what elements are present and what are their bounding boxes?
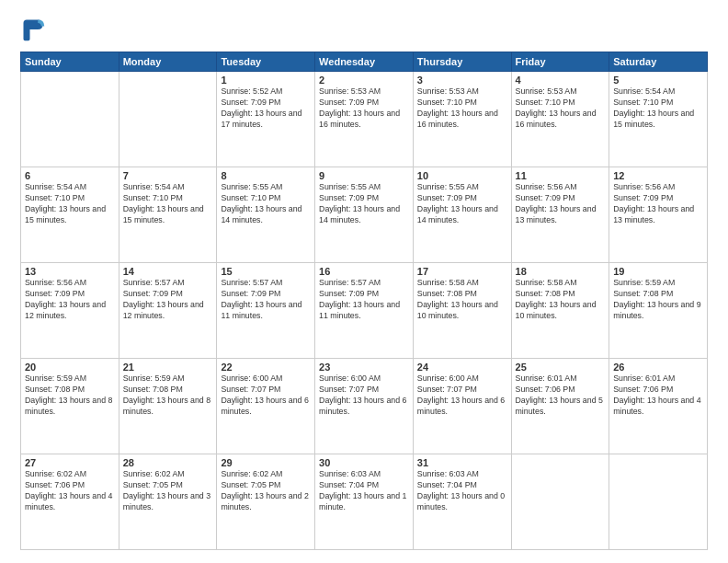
day-info: Sunrise: 6:02 AM Sunset: 7:06 PM Dayligh…: [25, 469, 115, 513]
calendar-cell: 26Sunrise: 6:01 AM Sunset: 7:06 PM Dayli…: [609, 359, 708, 454]
day-info: Sunrise: 6:00 AM Sunset: 7:07 PM Dayligh…: [221, 373, 311, 418]
day-number: 3: [417, 75, 507, 86]
calendar-cell: 10Sunrise: 5:55 AM Sunset: 7:09 PM Dayli…: [413, 167, 511, 263]
calendar-cell: 5Sunrise: 5:54 AM Sunset: 7:10 PM Daylig…: [609, 72, 708, 167]
day-info: Sunrise: 6:00 AM Sunset: 7:07 PM Dayligh…: [417, 373, 507, 418]
day-info: Sunrise: 5:54 AM Sunset: 7:10 PM Dayligh…: [25, 182, 115, 226]
calendar-week-row: 27Sunrise: 6:02 AM Sunset: 7:06 PM Dayli…: [21, 454, 708, 550]
calendar-cell: 21Sunrise: 5:59 AM Sunset: 7:08 PM Dayli…: [119, 359, 217, 454]
day-info: Sunrise: 5:58 AM Sunset: 7:08 PM Dayligh…: [417, 278, 507, 322]
calendar-cell: 11Sunrise: 5:56 AM Sunset: 7:09 PM Dayli…: [511, 167, 609, 263]
day-number: 26: [613, 362, 703, 373]
calendar-cell: 3Sunrise: 5:53 AM Sunset: 7:10 PM Daylig…: [413, 72, 511, 167]
logo-icon: [20, 17, 46, 42]
calendar-cell: [119, 72, 217, 167]
day-info: Sunrise: 5:53 AM Sunset: 7:10 PM Dayligh…: [516, 86, 606, 131]
day-number: 18: [516, 266, 606, 277]
calendar-cell: 31Sunrise: 6:03 AM Sunset: 7:04 PM Dayli…: [413, 454, 511, 550]
calendar-cell: 16Sunrise: 5:57 AM Sunset: 7:09 PM Dayli…: [315, 263, 414, 359]
calendar-cell: 4Sunrise: 5:53 AM Sunset: 7:10 PM Daylig…: [511, 72, 609, 167]
day-info: Sunrise: 5:53 AM Sunset: 7:09 PM Dayligh…: [319, 86, 409, 131]
day-info: Sunrise: 5:57 AM Sunset: 7:09 PM Dayligh…: [319, 278, 409, 322]
day-number: 5: [613, 75, 703, 86]
calendar-cell: 7Sunrise: 5:54 AM Sunset: 7:10 PM Daylig…: [119, 167, 217, 263]
day-number: 20: [25, 362, 115, 373]
calendar-cell: 2Sunrise: 5:53 AM Sunset: 7:09 PM Daylig…: [315, 72, 414, 167]
calendar-cell: 18Sunrise: 5:58 AM Sunset: 7:08 PM Dayli…: [511, 263, 609, 359]
day-number: 4: [516, 75, 606, 86]
day-number: 23: [319, 362, 409, 373]
day-info: Sunrise: 6:01 AM Sunset: 7:06 PM Dayligh…: [516, 373, 606, 418]
calendar-cell: 29Sunrise: 6:02 AM Sunset: 7:05 PM Dayli…: [217, 454, 315, 550]
day-number: 8: [221, 170, 311, 181]
calendar-cell: 9Sunrise: 5:55 AM Sunset: 7:09 PM Daylig…: [315, 167, 414, 263]
day-number: 15: [221, 266, 311, 277]
day-info: Sunrise: 5:55 AM Sunset: 7:10 PM Dayligh…: [221, 182, 311, 226]
day-of-week-header: Friday: [511, 52, 609, 72]
logo: [20, 17, 50, 42]
day-info: Sunrise: 5:56 AM Sunset: 7:09 PM Dayligh…: [25, 278, 115, 322]
header: [20, 17, 708, 42]
calendar-week-row: 20Sunrise: 5:59 AM Sunset: 7:08 PM Dayli…: [21, 359, 708, 454]
day-info: Sunrise: 5:58 AM Sunset: 7:08 PM Dayligh…: [516, 278, 606, 322]
day-info: Sunrise: 6:01 AM Sunset: 7:06 PM Dayligh…: [613, 373, 703, 418]
day-number: 1: [221, 75, 311, 86]
calendar-header-row: SundayMondayTuesdayWednesdayThursdayFrid…: [21, 52, 708, 72]
day-number: 27: [25, 457, 115, 468]
day-number: 24: [417, 362, 507, 373]
day-of-week-header: Wednesday: [315, 52, 414, 72]
day-number: 13: [25, 266, 115, 277]
calendar-cell: 30Sunrise: 6:03 AM Sunset: 7:04 PM Dayli…: [315, 454, 414, 550]
day-number: 25: [516, 362, 606, 373]
calendar-cell: 19Sunrise: 5:59 AM Sunset: 7:08 PM Dayli…: [609, 263, 708, 359]
calendar-cell: 14Sunrise: 5:57 AM Sunset: 7:09 PM Dayli…: [119, 263, 217, 359]
day-number: 29: [221, 457, 311, 468]
day-info: Sunrise: 5:52 AM Sunset: 7:09 PM Dayligh…: [221, 86, 311, 131]
day-number: 10: [417, 170, 507, 181]
day-number: 2: [319, 75, 409, 86]
calendar-cell: 15Sunrise: 5:57 AM Sunset: 7:09 PM Dayli…: [217, 263, 315, 359]
day-info: Sunrise: 5:59 AM Sunset: 7:08 PM Dayligh…: [25, 373, 115, 418]
day-info: Sunrise: 6:03 AM Sunset: 7:04 PM Dayligh…: [319, 469, 409, 513]
day-info: Sunrise: 5:53 AM Sunset: 7:10 PM Dayligh…: [417, 86, 507, 131]
day-info: Sunrise: 5:57 AM Sunset: 7:09 PM Dayligh…: [221, 278, 311, 322]
day-info: Sunrise: 6:02 AM Sunset: 7:05 PM Dayligh…: [221, 469, 311, 513]
day-number: 22: [221, 362, 311, 373]
day-info: Sunrise: 6:00 AM Sunset: 7:07 PM Dayligh…: [319, 373, 409, 418]
day-number: 16: [319, 266, 409, 277]
day-of-week-header: Monday: [119, 52, 217, 72]
calendar-table: SundayMondayTuesdayWednesdayThursdayFrid…: [20, 52, 708, 550]
day-number: 11: [516, 170, 606, 181]
day-number: 31: [417, 457, 507, 468]
calendar-cell: 6Sunrise: 5:54 AM Sunset: 7:10 PM Daylig…: [21, 167, 119, 263]
calendar-cell: [609, 454, 708, 550]
day-info: Sunrise: 5:54 AM Sunset: 7:10 PM Dayligh…: [613, 86, 703, 131]
calendar-cell: [511, 454, 609, 550]
day-info: Sunrise: 5:56 AM Sunset: 7:09 PM Dayligh…: [516, 182, 606, 226]
day-number: 7: [123, 170, 213, 181]
day-number: 19: [613, 266, 703, 277]
day-number: 30: [319, 457, 409, 468]
day-of-week-header: Tuesday: [217, 52, 315, 72]
day-info: Sunrise: 5:55 AM Sunset: 7:09 PM Dayligh…: [417, 182, 507, 226]
day-of-week-header: Thursday: [413, 52, 511, 72]
day-info: Sunrise: 6:03 AM Sunset: 7:04 PM Dayligh…: [417, 469, 507, 513]
day-info: Sunrise: 5:55 AM Sunset: 7:09 PM Dayligh…: [319, 182, 409, 226]
day-number: 6: [25, 170, 115, 181]
calendar-week-row: 1Sunrise: 5:52 AM Sunset: 7:09 PM Daylig…: [21, 72, 708, 167]
calendar-cell: 27Sunrise: 6:02 AM Sunset: 7:06 PM Dayli…: [21, 454, 119, 550]
calendar-cell: [21, 72, 119, 167]
day-number: 14: [123, 266, 213, 277]
calendar-cell: 13Sunrise: 5:56 AM Sunset: 7:09 PM Dayli…: [21, 263, 119, 359]
calendar-cell: 12Sunrise: 5:56 AM Sunset: 7:09 PM Dayli…: [609, 167, 708, 263]
day-info: Sunrise: 5:54 AM Sunset: 7:10 PM Dayligh…: [123, 182, 213, 226]
calendar-cell: 22Sunrise: 6:00 AM Sunset: 7:07 PM Dayli…: [217, 359, 315, 454]
day-info: Sunrise: 6:02 AM Sunset: 7:05 PM Dayligh…: [123, 469, 213, 513]
day-info: Sunrise: 5:59 AM Sunset: 7:08 PM Dayligh…: [613, 278, 703, 322]
day-number: 17: [417, 266, 507, 277]
calendar-cell: 1Sunrise: 5:52 AM Sunset: 7:09 PM Daylig…: [217, 72, 315, 167]
calendar-week-row: 6Sunrise: 5:54 AM Sunset: 7:10 PM Daylig…: [21, 167, 708, 263]
day-info: Sunrise: 5:56 AM Sunset: 7:09 PM Dayligh…: [613, 182, 703, 226]
day-info: Sunrise: 5:57 AM Sunset: 7:09 PM Dayligh…: [123, 278, 213, 322]
day-number: 21: [123, 362, 213, 373]
